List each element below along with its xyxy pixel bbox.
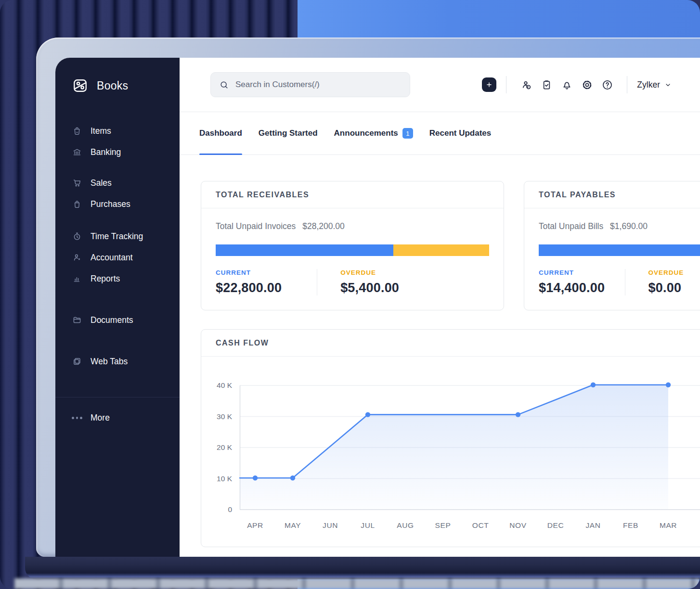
laptop-chassis — [25, 557, 700, 579]
unpaid-label: Total Unpaid Invoices — [216, 221, 296, 231]
bar-chart-icon — [72, 273, 82, 284]
main-area: Zylker Dashboard Getting Started Announc… — [180, 58, 700, 557]
x-tick: JUL — [352, 521, 383, 530]
quick-create-button[interactable] — [482, 77, 496, 92]
cash-flow-plot — [240, 385, 670, 510]
x-tick: AUG — [390, 521, 421, 530]
tab-announcements[interactable]: Announcements 1 — [334, 112, 413, 154]
receivables-bar-overdue — [393, 244, 489, 256]
announcements-badge: 1 — [402, 128, 413, 139]
receivables-bar-current — [216, 244, 393, 256]
settings-button[interactable] — [581, 78, 593, 91]
referrals-button[interactable] — [520, 78, 532, 91]
sidebar-item-label: More — [91, 413, 110, 423]
current-amount: $14,400.00 — [539, 281, 625, 295]
payables-bar-current — [539, 244, 700, 256]
ellipsis-icon — [72, 417, 82, 419]
current-amount: $22,800.00 — [216, 281, 317, 295]
tab-recent-updates[interactable]: Recent Updates — [429, 112, 491, 154]
y-tick: 20 K — [217, 443, 232, 452]
y-tick: 0 — [228, 505, 232, 514]
org-switcher[interactable]: Zylker — [637, 80, 672, 90]
overdue-label: OVERDUE — [648, 269, 684, 276]
cash-flow-chart: 40 K 30 K 20 K 10 K 0 — [201, 357, 700, 510]
tasks-button[interactable] — [540, 78, 553, 91]
notifications-button[interactable] — [560, 78, 573, 91]
payables-overdue: OVERDUE $0.00 — [625, 269, 684, 295]
dashboard-content: TOTAL RECEIVABLES Total Unpaid Invoices … — [180, 155, 700, 547]
cart-icon — [72, 178, 82, 188]
summary-cards-row: TOTAL RECEIVABLES Total Unpaid Invoices … — [201, 181, 700, 310]
sidebar-item-purchases[interactable]: Purchases — [55, 193, 180, 215]
cash-flow-card: CASH FLOW 40 K 30 K 20 K 10 K 0 APR — [201, 329, 700, 547]
tab-label: Announcements — [334, 128, 398, 138]
y-axis-labels: 40 K 30 K 20 K 10 K 0 — [211, 385, 232, 510]
x-tick: NOV — [503, 521, 533, 530]
payables-progress-bar — [539, 244, 700, 256]
books-logo-icon — [71, 77, 90, 95]
sidebar-item-label: Purchases — [91, 199, 130, 209]
y-tick: 10 K — [217, 474, 232, 483]
shopping-bag-icon — [72, 199, 82, 209]
sidebar-item-label: Time Tracking — [91, 231, 143, 242]
sidebar-item-sales[interactable]: Sales — [55, 172, 180, 193]
tote-bag-icon — [72, 126, 82, 136]
help-button[interactable] — [601, 78, 613, 91]
card-title: TOTAL PAYABLES — [524, 181, 700, 208]
x-tick: SEP — [428, 521, 458, 530]
user-star-icon — [72, 252, 82, 263]
x-tick: FEB — [615, 521, 646, 530]
sidebar-item-web-tabs[interactable]: Web Tabs — [55, 351, 180, 372]
sidebar-item-reports[interactable]: Reports — [55, 268, 180, 289]
tab-bar: Dashboard Getting Started Announcements … — [180, 112, 700, 155]
sidebar-item-items[interactable]: Items — [55, 120, 180, 141]
receivables-overdue: OVERDUE $5,400.00 — [317, 269, 399, 295]
x-tick: MAR — [653, 521, 684, 530]
org-name: Zylker — [637, 80, 660, 90]
tab-getting-started[interactable]: Getting Started — [259, 112, 318, 154]
y-tick: 40 K — [217, 381, 232, 390]
clipboard-check-icon — [541, 79, 553, 91]
unpaid-invoices-row: Total Unpaid Invoices $28,200.00 — [216, 221, 489, 231]
laptop-keyboard — [14, 578, 700, 589]
card-title: CASH FLOW — [201, 330, 700, 357]
tab-dashboard[interactable]: Dashboard — [199, 112, 242, 154]
search-icon — [219, 80, 229, 90]
topbar-actions: Zylker — [482, 76, 672, 93]
sidebar-item-label: Items — [91, 126, 111, 136]
topbar-divider — [506, 76, 506, 93]
tab-label: Getting Started — [259, 128, 318, 138]
x-tick: JAN — [578, 521, 609, 530]
plus-icon — [485, 81, 493, 89]
search-box[interactable] — [210, 72, 410, 97]
unpaid-value: $28,200.00 — [302, 221, 345, 231]
x-tick: MAY — [277, 521, 308, 530]
page: { "app": { "logo_text": "Books" }, "side… — [0, 0, 700, 589]
x-tick: JUN — [315, 521, 346, 530]
topbar: Zylker — [180, 58, 700, 112]
laptop-screen: Books Items Banking — [55, 58, 700, 557]
total-receivables-card: TOTAL RECEIVABLES Total Unpaid Invoices … — [201, 181, 504, 310]
sidebar-item-label: Banking — [91, 147, 121, 157]
sidebar-item-label: Reports — [91, 274, 120, 284]
app-logo[interactable]: Books — [71, 76, 180, 95]
x-tick: APR — [240, 521, 271, 530]
sidebar-divider — [55, 397, 180, 397]
unpaid-bills-row: Total Unpaid Bills $1,690.00 — [539, 221, 700, 231]
search-input[interactable] — [235, 80, 402, 90]
current-label: CURRENT — [539, 269, 625, 276]
sidebar-item-accountant[interactable]: Accountant — [55, 247, 180, 268]
stopwatch-icon — [72, 231, 82, 242]
sidebar-item-time-tracking[interactable]: Time Tracking — [55, 226, 180, 247]
x-axis-labels: APR MAY JUN JUL AUG SEP OCT NOV DEC JAN … — [240, 521, 684, 530]
overdue-amount: $5,400.00 — [340, 281, 399, 295]
sidebar-item-more[interactable]: More — [55, 407, 180, 428]
tab-label: Recent Updates — [429, 128, 491, 138]
folder-icon — [72, 315, 82, 325]
sidebar: Books Items Banking — [55, 58, 180, 557]
chevron-down-icon — [664, 81, 672, 89]
sidebar-item-banking[interactable]: Banking — [55, 141, 180, 163]
sidebar-item-documents[interactable]: Documents — [55, 309, 180, 331]
x-tick: DEC — [540, 521, 571, 530]
topbar-divider — [627, 76, 627, 93]
